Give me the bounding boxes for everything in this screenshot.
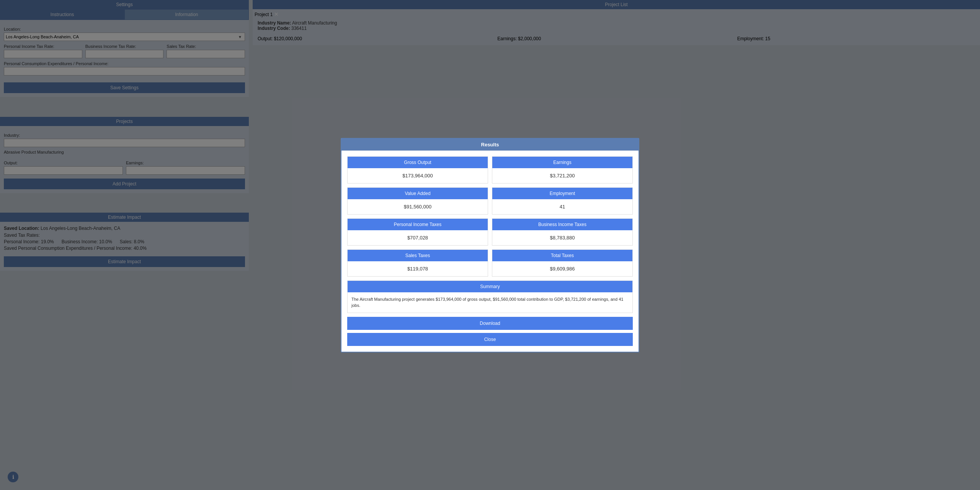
sales-taxes-value: $119,078 xyxy=(348,261,488,276)
summary-section: Summary The Aircraft Manufacturing proje… xyxy=(347,280,633,313)
total-taxes-card: Total Taxes $9,609,986 xyxy=(492,249,633,277)
gross-output-value: $173,964,000 xyxy=(348,168,488,183)
employment-label: Employment xyxy=(492,188,632,199)
sales-taxes-card: Sales Taxes $119,078 xyxy=(347,249,488,277)
employment-card: Employment 41 xyxy=(492,187,633,215)
results-modal: Results Gross Output $173,964,000 Earnin… xyxy=(341,138,639,352)
employment-value: 41 xyxy=(492,199,632,214)
value-added-value: $91,560,000 xyxy=(348,199,488,214)
modal-overlay: Results Gross Output $173,964,000 Earnin… xyxy=(0,0,980,490)
personal-income-taxes-value: $707,028 xyxy=(348,230,488,245)
earnings-result-label: Earnings xyxy=(492,157,632,168)
gross-output-card: Gross Output $173,964,000 xyxy=(347,156,488,184)
value-added-card: Value Added $91,560,000 xyxy=(347,187,488,215)
total-taxes-label: Total Taxes xyxy=(492,250,632,261)
summary-text: The Aircraft Manufacturing project gener… xyxy=(348,292,632,313)
gross-output-label: Gross Output xyxy=(348,157,488,168)
earnings-result-value: $3,721,200 xyxy=(492,168,632,183)
total-taxes-value: $9,609,986 xyxy=(492,261,632,276)
results-grid: Gross Output $173,964,000 Earnings $3,72… xyxy=(347,156,633,277)
personal-income-taxes-card: Personal Income Taxes $707,028 xyxy=(347,218,488,246)
personal-income-taxes-label: Personal Income Taxes xyxy=(348,219,488,230)
modal-body: Gross Output $173,964,000 Earnings $3,72… xyxy=(341,151,639,352)
modal-title: Results xyxy=(341,139,639,151)
business-income-taxes-label: Business Income Taxes xyxy=(492,219,632,230)
business-income-taxes-value: $8,783,880 xyxy=(492,230,632,245)
business-income-taxes-card: Business Income Taxes $8,783,880 xyxy=(492,218,633,246)
summary-label: Summary xyxy=(348,281,632,292)
sales-taxes-label: Sales Taxes xyxy=(348,250,488,261)
close-button[interactable]: Close xyxy=(347,333,633,346)
earnings-card: Earnings $3,721,200 xyxy=(492,156,633,184)
download-button[interactable]: Download xyxy=(347,317,633,330)
value-added-label: Value Added xyxy=(348,188,488,199)
